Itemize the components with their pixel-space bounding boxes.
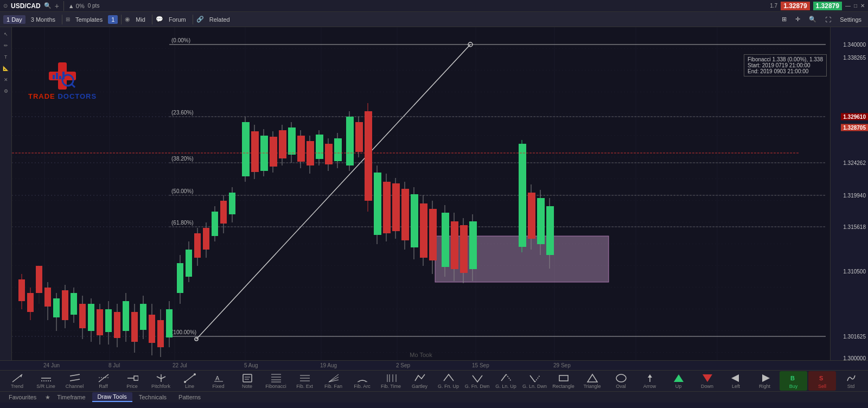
right-label: Right (759, 384, 770, 389)
tool-rectangle[interactable]: Rectangle (550, 371, 577, 391)
svg-rect-125 (392, 183, 400, 231)
delete-tool[interactable]: ✕ (1, 75, 11, 85)
std-icon (845, 373, 858, 384)
svg-rect-169 (243, 374, 252, 382)
draw-tool[interactable]: ✏ (1, 41, 11, 50)
svg-text:A: A (215, 375, 220, 381)
related-btn[interactable]: Related (206, 15, 233, 24)
svg-text:(100.00%): (100.00%) (171, 329, 196, 335)
period-btn[interactable]: 3 Months (28, 15, 59, 24)
svg-rect-63 (105, 309, 112, 332)
tool-fib-time[interactable]: Fib. Time (377, 371, 405, 391)
bottom-tools-area: Trend S/R Line Channel Raff Price (0, 370, 868, 403)
tool-fib-fan[interactable]: Fib. Fan (320, 371, 347, 391)
svg-rect-45 (27, 293, 34, 312)
tool-buy[interactable]: B Buy (780, 371, 807, 391)
date-7: 15 Sep (472, 362, 489, 368)
svg-rect-127 (401, 189, 409, 240)
templates-btn[interactable]: Templates (72, 15, 106, 24)
grid-btn[interactable]: ⊞ (778, 15, 790, 24)
tool-fixed[interactable]: A Fixed (205, 371, 232, 391)
cursor-tool[interactable]: ↖ (1, 29, 11, 39)
tool-trend[interactable]: Trend (3, 371, 31, 391)
tool-note[interactable]: Note (233, 371, 261, 391)
tool-sell[interactable]: S Sell (808, 371, 836, 391)
svg-line-7 (72, 84, 75, 87)
tool-arrow[interactable]: Arrow (636, 371, 663, 391)
settings-btn[interactable]: Settings (837, 15, 865, 24)
raff-label: Raff (99, 384, 107, 389)
tool-triangle[interactable]: Triangle (578, 371, 606, 391)
crosshair-btn[interactable]: ✛ (792, 15, 803, 24)
tool-g-ln-dwn[interactable]: G. Ln. Dwn (521, 371, 548, 391)
text-tool[interactable]: T (1, 52, 11, 62)
tool-gartley[interactable]: Gartley (406, 371, 433, 391)
tool-fib-ext[interactable]: Fib. Ext (291, 371, 318, 391)
expand-btn[interactable]: ⛶ (822, 15, 834, 24)
fib-arc-label: Fib. Arc (354, 384, 371, 389)
logo-overlay: TRADE DOCTORS (28, 60, 97, 100)
window-maximize[interactable]: □ (854, 3, 857, 9)
tool-right[interactable]: Right (751, 371, 778, 391)
g-fn-dwn-icon (471, 373, 484, 384)
svg-rect-105 (297, 136, 305, 162)
search-icon[interactable]: 🔍 (44, 2, 52, 9)
tool-g-fn-dwn[interactable]: G. Fn. Dwn (463, 371, 491, 391)
tool-std[interactable]: Std (837, 371, 865, 391)
window-minimize[interactable]: — (845, 3, 851, 9)
tool-fibonacci[interactable]: Fibonacci (262, 371, 290, 391)
svg-rect-89 (220, 201, 227, 224)
svg-marker-195 (674, 374, 684, 382)
chart-container: TRADE DOCTORS Fibonacci 1.338 (0.00%), 1… (12, 27, 830, 360)
chart-svg[interactable]: (0.00%) (23.60%) (38.20%) (50.00%) (61.8… (12, 27, 830, 360)
settings-tool[interactable]: ⚙ (1, 86, 11, 96)
tool-line[interactable]: Line (176, 371, 203, 391)
tool-channel[interactable]: Channel (61, 371, 88, 391)
tool-down[interactable]: Down (693, 371, 721, 391)
tool-srline[interactable]: S/R Line (32, 371, 60, 391)
tool-pitchfork[interactable]: Pitchfork (147, 371, 175, 391)
sell-icon: S (816, 373, 829, 384)
window-close[interactable]: ✕ (860, 3, 865, 9)
fib-line1: Fibonacci 1.338 (0.00%), 1.338 (748, 56, 823, 62)
svg-rect-147 (537, 198, 545, 244)
svg-rect-129 (411, 194, 418, 247)
zoom-btn[interactable]: 🔍 (806, 15, 820, 24)
tool-left[interactable]: Left (722, 371, 750, 391)
timeframe-btn[interactable]: 1 Day (3, 15, 25, 24)
svg-rect-131 (420, 203, 427, 258)
tab-patterns[interactable]: Patterns (173, 393, 206, 401)
tool-price[interactable]: Price (118, 371, 146, 391)
svg-rect-111 (325, 144, 333, 164)
svg-rect-91 (229, 193, 235, 214)
buy-label: Buy (789, 384, 798, 389)
add-tab-icon[interactable]: + (55, 2, 59, 10)
svg-text:(50.00%): (50.00%) (171, 188, 194, 194)
measure-tool[interactable]: 📐 (1, 63, 11, 73)
tab-favourites[interactable]: Favourites (3, 393, 42, 401)
tab-draw-tools[interactable]: Draw Tools (92, 392, 132, 402)
svg-point-192 (616, 374, 626, 382)
svg-line-188 (530, 375, 535, 382)
left-toolbar: ↖ ✏ T 📐 ✕ ⚙ (0, 27, 12, 360)
forum-btn[interactable]: Forum (165, 15, 189, 24)
svg-rect-113 (334, 138, 342, 161)
tool-up[interactable]: Up (665, 371, 692, 391)
tool-fib-arc[interactable]: Fib. Arc (348, 371, 376, 391)
trend-label: Trend (11, 384, 23, 389)
mid-btn[interactable]: Mid (132, 15, 149, 24)
price-label-2: 1.338265 (843, 55, 866, 61)
down-label: Down (701, 384, 713, 389)
tab-technicals[interactable]: Technicals (133, 393, 172, 401)
svg-text:B: B (790, 375, 795, 381)
tool-raff[interactable]: Raff (90, 371, 117, 391)
star-icon[interactable]: ★ (45, 394, 50, 401)
tool-g-fn-up[interactable]: G. Fn. Up (435, 371, 462, 391)
fib-info-box: Fibonacci 1.338 (0.00%), 1.338 Start: 20… (744, 54, 827, 76)
tool-g-ln-up[interactable]: G. Ln. Up (492, 371, 520, 391)
tool-oval[interactable]: Oval (607, 371, 635, 391)
svg-rect-83 (194, 233, 201, 258)
tab-timeframe[interactable]: Timeframe (52, 393, 91, 401)
date-3: 22 Jul (173, 362, 187, 368)
svg-line-156 (70, 379, 80, 381)
